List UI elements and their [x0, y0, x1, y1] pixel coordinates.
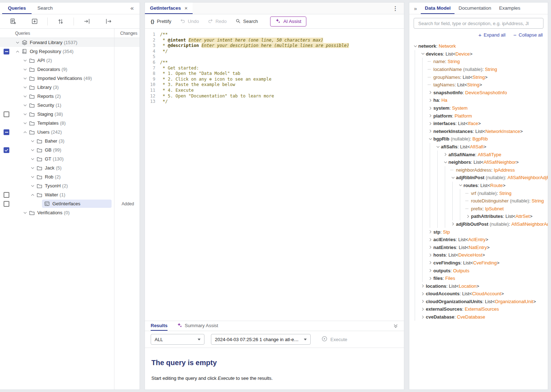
chevron-up-icon[interactable]	[22, 130, 28, 135]
chevron-down-icon[interactable]	[420, 51, 426, 56]
row-checkbox[interactable]	[4, 111, 9, 117]
query-tree-row[interactable]: Staging(38)	[0, 110, 140, 119]
query-tree-row[interactable]: Verifications(0)	[0, 208, 140, 217]
snapshot-select[interactable]: 2024-04-03 07:25:26 1 change in atl-e…	[211, 334, 311, 345]
chevron-right-icon[interactable]	[427, 90, 433, 95]
model-tree-row[interactable]: neighbors: List<AfiSafiNeighbor>	[412, 158, 548, 166]
chevron-right-icon[interactable]	[420, 315, 426, 320]
model-tree-row[interactable]: network: Network	[412, 42, 548, 50]
chevron-right-icon[interactable]	[427, 129, 433, 134]
execute-button[interactable]: Execute	[321, 336, 347, 343]
search-button[interactable]: Search	[235, 18, 258, 25]
chevron-down-icon[interactable]	[22, 58, 28, 63]
model-tree-row[interactable]: pathAttributes: List<AttrSet>	[412, 212, 548, 220]
model-tree-row[interactable]: interfaces: List<Iface>	[412, 120, 548, 128]
model-tree-row[interactable]: cveDatabase: CveDatabase	[412, 313, 548, 321]
chevron-down-icon[interactable]	[450, 175, 456, 180]
model-tree-row[interactable]: groupNames: List<String>	[412, 73, 548, 81]
model-tree-row[interactable]: locations: List<Location>	[412, 282, 548, 290]
filter-select[interactable]: ALL	[151, 334, 204, 345]
code-content[interactable]: /** * @intent Enter your intent here (on…	[160, 32, 404, 321]
new-query-icon[interactable]	[6, 16, 20, 27]
tab-data-model[interactable]: Data Model	[421, 3, 455, 14]
model-tree-row[interactable]: neighborAddress: IpAddress	[412, 166, 548, 174]
query-tree-row[interactable]: Jack(5)	[0, 163, 140, 172]
chevron-down-icon[interactable]	[22, 103, 28, 108]
model-tree-row[interactable]: cloudOrganizationalUnits: List<Organizat…	[412, 298, 548, 306]
chevron-down-icon[interactable]	[427, 137, 433, 142]
model-tree-row[interactable]: snapshotInfo: DeviceSnapshotInfo	[412, 89, 548, 97]
chevron-down-icon[interactable]	[22, 67, 28, 72]
undo-button[interactable]: Undo	[180, 18, 199, 25]
query-tree-row[interactable]: API(2)	[0, 56, 140, 65]
chevron-down-icon[interactable]	[22, 85, 28, 90]
collapse-all-button[interactable]: − Collapse all	[513, 32, 543, 38]
query-tree-row[interactable]: Rob(2)	[0, 172, 140, 181]
tab-results[interactable]: Results	[151, 321, 168, 331]
query-tree-row[interactable]: GB(99)	[0, 145, 140, 154]
chevron-right-icon[interactable]	[420, 283, 426, 288]
model-tree-row[interactable]: outputs: Outputs	[412, 267, 548, 274]
query-tree-row[interactable]: Reports(2)	[0, 92, 140, 101]
close-tab-icon[interactable]: ×	[184, 5, 188, 11]
model-tree-row[interactable]: files: Files	[412, 274, 548, 282]
redo-button[interactable]: Redo	[208, 18, 227, 25]
chevron-down-icon[interactable]	[22, 76, 28, 81]
chevron-right-icon[interactable]	[427, 229, 433, 234]
model-tree-row[interactable]: routeDistinguisher (nullable): String	[412, 197, 548, 205]
expand-all-button[interactable]: + Expand all	[479, 32, 505, 38]
chevron-down-icon[interactable]	[29, 166, 36, 171]
model-tree-row[interactable]: vrf (nullable): String	[412, 189, 548, 197]
collapse-panel-icon[interactable]: «	[127, 3, 137, 14]
chevron-right-icon[interactable]	[420, 307, 426, 312]
chevron-down-icon[interactable]	[29, 139, 36, 144]
chevron-right-icon[interactable]	[427, 268, 433, 273]
model-tree-row[interactable]: tagNames: List<String>	[412, 81, 548, 89]
row-checkbox[interactable]	[4, 147, 9, 153]
chevron-down-icon[interactable]	[14, 40, 21, 45]
model-tree-row[interactable]: afiSafiName: AfiSafiType	[412, 150, 548, 158]
model-tree-row[interactable]: cloudAccounts: List<CloudAccount>	[412, 290, 548, 298]
query-tree-row[interactable]: Imported Verifications(49)	[0, 74, 140, 83]
model-tree-row[interactable]: system: System	[412, 104, 548, 112]
query-tree-row[interactable]: Decorators(9)	[0, 65, 140, 74]
model-tree-row[interactable]: adjRibInPost (nullable): AfiSafiNeighbor…	[412, 174, 548, 182]
import-icon[interactable]	[80, 16, 94, 27]
tab-queries[interactable]: Queries	[2, 3, 32, 14]
save-query-icon[interactable]	[27, 16, 42, 27]
query-tree-row[interactable]: Templates(8)	[0, 119, 140, 128]
model-tree-row[interactable]: adjRibOutPost (nullable): AfiSafiNeighbo…	[412, 220, 548, 228]
chevron-right-icon[interactable]	[427, 276, 433, 281]
tab-getinterfaces[interactable]: GetInterfaces ×	[145, 3, 193, 14]
chevron-right-icon[interactable]	[442, 152, 448, 157]
query-tree-row[interactable]: Baher(3)	[0, 137, 140, 145]
model-tree-row[interactable]: hosts: List<DeviceHost>	[412, 251, 548, 259]
model-tree-row[interactable]: bgpRib (nullable): BgpRib	[412, 135, 548, 143]
chevron-right-icon[interactable]	[450, 221, 456, 226]
query-tree-row[interactable]: Forward Library(1537)	[0, 38, 140, 47]
export-icon[interactable]	[101, 16, 116, 27]
model-tree-row[interactable]: natEntries: List<NatEntry>	[412, 243, 548, 251]
chevron-down-icon[interactable]	[29, 157, 36, 162]
chevron-right-icon[interactable]	[427, 113, 433, 118]
chevron-down-icon[interactable]	[29, 175, 36, 180]
chevron-up-icon[interactable]	[14, 49, 21, 54]
model-tree-row[interactable]: platform: Platform	[412, 112, 548, 120]
query-tree-row[interactable]: Users(242)	[0, 128, 140, 137]
chevron-down-icon[interactable]	[412, 44, 418, 49]
model-tree-row[interactable]: afiSafis: List<AfiSafi>	[412, 143, 548, 151]
chevron-down-icon[interactable]	[29, 148, 36, 153]
collapse-results-icon[interactable]	[393, 321, 398, 331]
chevron-right-icon[interactable]	[427, 253, 433, 258]
chevron-down-icon[interactable]	[457, 183, 463, 188]
model-tree-row[interactable]: networkInstances: List<NetworkInstance>	[412, 128, 548, 135]
chevron-right-icon[interactable]	[427, 98, 433, 103]
tab-documentation[interactable]: Documentation	[455, 3, 495, 14]
query-tree-row[interactable]: Walter(1)	[0, 190, 140, 199]
model-tree-row[interactable]: cveFindings: List<CveFinding>	[412, 259, 548, 267]
prettify-button[interactable]: {} Prettify	[151, 19, 171, 24]
model-tree-row[interactable]: externalSources: ExternalSources	[412, 305, 548, 313]
model-tree-row[interactable]: routes: List<Route>	[412, 182, 548, 190]
model-tree-row[interactable]: stp: Stp	[412, 228, 548, 236]
search-input[interactable]	[414, 18, 543, 29]
